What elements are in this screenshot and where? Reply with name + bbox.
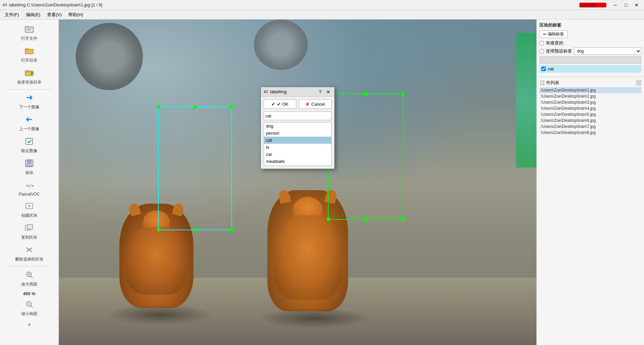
verify-image-button[interactable]: 验证图像 bbox=[6, 135, 53, 156]
file-item-2[interactable]: :\Users\Zoe\Desktop\train\2.jpg bbox=[539, 93, 641, 99]
zoom-out-button[interactable]: 缩小画面 bbox=[6, 298, 53, 319]
dialog-list[interactable]: dog person cat tv car meatballs bbox=[264, 122, 332, 166]
difficulty-checkbox[interactable] bbox=[539, 41, 544, 45]
dialog-ok-button[interactable]: ✔ ✔ OK bbox=[264, 99, 296, 109]
verify-image-icon bbox=[25, 137, 34, 147]
difficulty-row: 有难度的 bbox=[539, 40, 641, 46]
svg-line-25 bbox=[31, 306, 33, 308]
menu-help[interactable]: 帮助(H) bbox=[65, 11, 86, 19]
dialog-close-button[interactable]: ✕ bbox=[325, 89, 332, 95]
pascal-voc-icon: </> bbox=[25, 181, 34, 191]
shadow-right bbox=[257, 308, 372, 328]
dialog-search-input[interactable] bbox=[264, 111, 332, 120]
create-block-icon bbox=[25, 202, 34, 212]
svg-rect-17 bbox=[27, 225, 33, 229]
dialog-help-button[interactable]: ? bbox=[316, 88, 324, 96]
cancel-x-icon: ✘ bbox=[306, 102, 309, 107]
chevron-down-button[interactable]: ∨ bbox=[6, 320, 53, 329]
file-list-scroll-btn[interactable]: ⋮ bbox=[636, 80, 641, 85]
next-image-icon bbox=[25, 94, 34, 104]
save-icon bbox=[25, 159, 34, 169]
file-item-4[interactable]: :\Users\Zoe\Desktop\train\4.jpg bbox=[539, 105, 641, 111]
file-list-title: 📋 件列表 bbox=[539, 80, 559, 86]
open-file-button[interactable]: 打开文件 bbox=[6, 23, 53, 43]
minimize-button[interactable]: ─ bbox=[610, 1, 620, 9]
zoom-percent: 455 % bbox=[23, 291, 36, 296]
list-item-dog[interactable]: dog bbox=[264, 123, 331, 130]
create-block-button[interactable]: 创建区块 bbox=[6, 200, 53, 220]
cancel-label: Cancel bbox=[311, 102, 325, 107]
use-preset-label: 使用预设标签 bbox=[546, 48, 572, 54]
open-dir-button[interactable]: 打开目录 bbox=[6, 45, 53, 65]
dialog-cancel-button[interactable]: ✘ Cancel bbox=[299, 99, 332, 109]
delete-block-label: 删除选择的区块 bbox=[15, 256, 43, 262]
menu-view[interactable]: 查看(V) bbox=[44, 11, 65, 19]
block-tags-section: 区块的标签 ✏ 编辑标签 有难度的 使用预设标签 dog person cat … bbox=[537, 20, 644, 77]
file-list-header: 📋 件列表 ⋮ bbox=[539, 80, 641, 86]
file-item-5[interactable]: :\Users\Zoe\Desktop\train\5.jpg bbox=[539, 111, 641, 117]
titlebar-left: 🏷 labelImg C:\Users\Zoe\Desktop\train\1.… bbox=[3, 2, 102, 7]
edit-tag-button[interactable]: ✏ 编辑标签 bbox=[539, 30, 568, 38]
edit-tag-label: 编辑标签 bbox=[548, 31, 564, 37]
dialog-body: ✔ ✔ OK ✘ Cancel dog person cat tv car me… bbox=[261, 97, 334, 169]
wheel-right bbox=[254, 20, 308, 70]
difficulty-label: 有难度的 bbox=[546, 40, 563, 46]
list-item-car[interactable]: car bbox=[264, 151, 331, 158]
file-list-icon: 📋 bbox=[539, 80, 545, 85]
menubar: 文件(F) 编辑(E) 查看(V) 帮助(H) bbox=[0, 10, 644, 20]
dialog-buttons: ✔ ✔ OK ✘ Cancel bbox=[264, 99, 332, 109]
list-item-meatballs[interactable]: meatballs bbox=[264, 158, 331, 165]
main-area: 打开文件 打开目录 改变存放目录 下一个图像 上一个图像 bbox=[0, 20, 644, 345]
zoom-in-button[interactable]: 放大画面 bbox=[6, 269, 53, 289]
maximize-button[interactable]: □ bbox=[621, 1, 631, 9]
close-button[interactable]: ✕ bbox=[632, 1, 641, 9]
zoom-out-icon bbox=[25, 300, 34, 310]
file-item-6[interactable]: :\Users\Zoe\Desktop\train\6.jpg bbox=[539, 117, 641, 124]
file-item-8[interactable]: :\Users\Zoe\Desktop\train\8.jpg bbox=[539, 130, 641, 136]
list-item-cat[interactable]: cat bbox=[264, 137, 331, 144]
verify-image-label: 验证图像 bbox=[21, 148, 37, 154]
copy-block-label: 复制区块 bbox=[21, 235, 37, 240]
change-save-dir-label: 改变存放目录 bbox=[17, 79, 41, 85]
next-image-button[interactable]: 下一个图像 bbox=[6, 92, 53, 112]
copy-block-button[interactable]: 复制区块 bbox=[6, 222, 53, 242]
preset-label-row: 使用预设标签 dog person cat tv car meatballs bbox=[539, 47, 641, 55]
dialog-title-text: labelImg bbox=[270, 89, 287, 94]
preset-checkbox[interactable] bbox=[539, 49, 544, 54]
save-button[interactable]: 保存 bbox=[6, 157, 53, 178]
preset-dropdown[interactable]: dog person cat tv car meatballs bbox=[574, 47, 641, 55]
change-save-dir-button[interactable]: 改变存放目录 bbox=[6, 67, 53, 87]
create-block-label: 创建区块 bbox=[21, 213, 37, 218]
dialog-titlebar: 🏷 labelImg ? ✕ bbox=[261, 87, 334, 97]
svg-rect-5 bbox=[25, 48, 29, 50]
block-tags-title: 区块的标签 bbox=[539, 22, 641, 28]
ok-check-icon: ✔ bbox=[271, 102, 275, 107]
file-item-7[interactable]: :\Users\Zoe\Desktop\train\7.jpg bbox=[539, 124, 641, 130]
file-list-items[interactable]: :\Users\Zoe\Desktop\train\1.jpg :\Users\… bbox=[539, 87, 641, 340]
file-item-3[interactable]: :\Users\Zoe\Desktop\train\3.jpg bbox=[539, 99, 641, 105]
pascal-voc-button[interactable]: </> PascalVOC bbox=[6, 179, 53, 199]
change-save-dir-icon bbox=[25, 69, 34, 79]
app-icon: 🏷 bbox=[3, 2, 7, 7]
label-dialog: 🏷 labelImg ? ✕ ✔ ✔ OK ✘ Cancel bbox=[261, 87, 335, 169]
menu-edit[interactable]: 编辑(E) bbox=[23, 11, 44, 19]
svg-line-21 bbox=[31, 276, 33, 278]
cat-tag-checkbox[interactable] bbox=[541, 67, 546, 71]
chevron-down-label: ∨ bbox=[28, 322, 31, 327]
shadow-left bbox=[106, 305, 214, 325]
open-file-label: 打开文件 bbox=[21, 36, 37, 41]
list-item-person[interactable]: person bbox=[264, 130, 331, 137]
zoom-out-label: 缩小画面 bbox=[21, 311, 37, 317]
menu-file[interactable]: 文件(F) bbox=[1, 11, 23, 19]
delete-block-icon bbox=[25, 246, 34, 256]
image-area[interactable]: 🏷 labelImg ? ✕ ✔ ✔ OK ✘ Cancel bbox=[59, 20, 536, 345]
prev-image-button[interactable]: 上一个图像 bbox=[6, 113, 53, 134]
copy-block-icon bbox=[25, 224, 34, 234]
save-label: 保存 bbox=[25, 170, 33, 176]
file-item-1[interactable]: :\Users\Zoe\Desktop\train\1.jpg bbox=[539, 87, 641, 93]
sidebar-divider-2 bbox=[7, 266, 51, 267]
delete-block-button[interactable]: 删除选择的区块 bbox=[6, 244, 53, 264]
zoom-in-label: 放大画面 bbox=[21, 281, 37, 287]
list-item-tv[interactable]: tv bbox=[264, 144, 331, 151]
cat-left bbox=[119, 204, 193, 308]
